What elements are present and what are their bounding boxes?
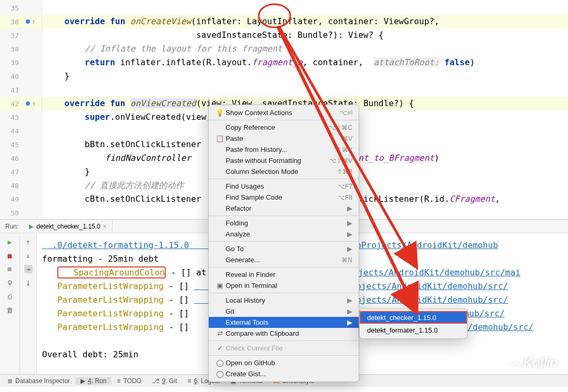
line-number: 39 [0, 59, 21, 67]
check-icon: ≡ [117, 377, 120, 385]
compare-icon: ⇄ [215, 329, 225, 337]
ctx-git[interactable]: Git▶ [209, 306, 359, 317]
line-number: 47 [0, 168, 21, 176]
ctx-find-sample[interactable]: Find Sample Code⌥F8 [209, 192, 359, 203]
run-tab-label: detekt_checker_1.15.0 [36, 223, 100, 230]
separator [209, 120, 359, 120]
code-line: return inflater.inflate(R.layout.fragmen… [42, 56, 568, 69]
run-toolbar-left2: ↑ ↓ ⇥ ⤓ [20, 233, 37, 374]
ctx-check-current-file: ✓Check Current File [209, 343, 359, 354]
ctx-external-tools[interactable]: External Tools▶ [209, 317, 359, 328]
ctx-folding[interactable]: Folding▶ [209, 218, 359, 229]
line-number: 36 [0, 18, 21, 26]
wechat-icon: ෴ [508, 355, 521, 371]
trash-icon[interactable]: 🗑 [6, 306, 14, 314]
scroll-icon[interactable]: ⤓ [24, 278, 33, 287]
terminal-icon: ▣ [215, 282, 225, 290]
separator [209, 355, 359, 356]
separator [209, 293, 359, 293]
pin-icon[interactable]: ⚲ [6, 278, 14, 287]
logcat-icon: ≡ [188, 377, 191, 385]
sub-detekt-formater[interactable]: detekt_formater_1.15.0 [360, 324, 467, 336]
run-tab[interactable]: ▶ detekt_checker_1.15.0 × [24, 220, 112, 233]
run-toolbar-left: ▶ ■ ⊞ ⚲ ⎙ 🗑 [0, 233, 20, 374]
line-number: 41 [0, 86, 21, 94]
line-number: 48 [0, 182, 21, 190]
separator [209, 267, 359, 267]
svg-point-0 [26, 19, 30, 24]
spacing-around-colon-warning: SpacingAroundColon [57, 266, 166, 278]
down-icon[interactable]: ↓ [24, 251, 33, 260]
line-number: 50 [0, 209, 21, 217]
ctx-show-context-actions[interactable]: 💡Show Context Actions⌥⏎ [209, 107, 359, 118]
context-menu: 💡Show Context Actions⌥⏎ Copy Reference⌥⇧… [208, 105, 359, 382]
run-button[interactable]: ▶4: Run [76, 377, 111, 385]
line-number: 49 [0, 195, 21, 203]
ctx-reveal-finder[interactable]: Reveal in Finder [209, 269, 359, 280]
up-icon[interactable]: ↑ [24, 238, 33, 246]
line-number: 45 [0, 141, 21, 149]
line-number: 44 [0, 127, 21, 135]
ctx-paste-history[interactable]: Paste from History...⇧⌘V [209, 144, 359, 155]
line-number: 46 [0, 154, 21, 162]
github-icon: ◯ [215, 359, 225, 367]
layout-icon[interactable]: ⊞ [6, 265, 14, 273]
paste-icon: 📋 [215, 135, 225, 142]
gutter: 35 36↑ 37 38 39 40 41 42↑ 43 44 45 46 47… [0, 0, 42, 219]
ctx-local-history[interactable]: Local History▶ [209, 295, 359, 306]
svg-point-1 [26, 101, 30, 106]
run-label: Run: [0, 223, 24, 230]
separator [209, 215, 359, 216]
line-number: 38 [0, 45, 21, 53]
rerun-icon[interactable]: ▶ [6, 238, 14, 246]
play-icon: ▶ [29, 223, 34, 230]
stop-icon[interactable]: ■ [6, 251, 14, 260]
code-line [42, 1, 568, 15]
ctx-go-to[interactable]: Go To▶ [209, 243, 359, 254]
code-line: } [42, 69, 568, 83]
ctx-analyze[interactable]: Analyze▶ [209, 229, 359, 240]
bulb-icon: 💡 [215, 109, 225, 117]
ctx-paste-no-format[interactable]: Paste without Formatting⌥⇧⌘V [209, 155, 359, 166]
external-tools-submenu: detekt_checker_1.15.0 detekt_formater_1.… [359, 308, 468, 339]
ctx-compare-clipboard[interactable]: ⇄Compare with Clipboard [209, 328, 359, 339]
print-icon[interactable]: ⎙ [6, 292, 14, 301]
watermark: ෴ Kotlin [508, 355, 557, 371]
separator [209, 341, 359, 341]
code-line [42, 83, 568, 97]
separator [209, 179, 359, 179]
code-line: // Inflate the layout for this fragment [42, 42, 568, 56]
ctx-refactor[interactable]: Refactor▶ [209, 203, 359, 214]
db-inspector-button[interactable]: ≣Database Inspector [3, 377, 75, 385]
ctx-column-selection[interactable]: Column Selection Mode⇧⌘8 [209, 166, 359, 177]
ctx-generate[interactable]: Generate...⌘N [209, 254, 359, 265]
ctx-create-gist[interactable]: ◯Create Gist... [209, 368, 359, 379]
todo-button[interactable]: ≡TODO [112, 377, 146, 385]
line-number: 35 [0, 4, 21, 12]
line-number: 42 [0, 100, 21, 108]
separator [209, 241, 359, 242]
git-button[interactable]: ⎇9: Git [147, 377, 182, 385]
branch-icon: ⎇ [152, 377, 159, 385]
close-icon[interactable]: × [103, 223, 107, 230]
ctx-open-terminal[interactable]: ▣Open in Terminal [209, 280, 359, 291]
override-gutter-icon[interactable]: ↑ [21, 99, 40, 108]
check-icon: ✓ [215, 344, 225, 352]
line-number: 40 [0, 73, 21, 80]
sub-detekt-checker[interactable]: detekt_checker_1.15.0 [360, 311, 467, 324]
ctx-copy-reference[interactable]: Copy Reference⌥⇧⌘C [209, 122, 359, 133]
line-number: 43 [0, 114, 21, 121]
line-number: 37 [0, 32, 21, 39]
play-icon: ▶ [80, 377, 85, 385]
ctx-paste[interactable]: 📋Paste⌘V [209, 133, 359, 144]
code-line: savedInstanceState: Bundle?): View? { [42, 28, 568, 42]
database-icon: ≣ [7, 377, 13, 385]
github-icon: ◯ [215, 370, 225, 378]
ctx-find-usages[interactable]: Find Usages⌥F7 [209, 181, 359, 192]
code-line: override fun onCreateView(inflater: Layo… [42, 15, 568, 28]
ctx-open-github[interactable]: ◯Open on GitHub [209, 357, 359, 368]
wrap-icon[interactable]: ⇥ [24, 265, 33, 273]
override-gutter-icon[interactable]: ↑ [21, 17, 40, 26]
